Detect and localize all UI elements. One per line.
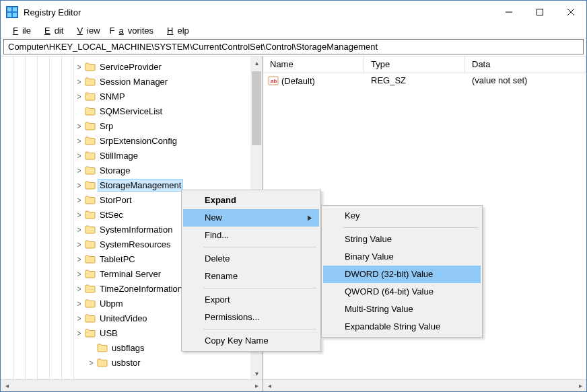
column-header-type[interactable]: Type [364,56,465,73]
close-button[interactable] [555,2,586,22]
tree-item-label: StorPort [98,194,133,206]
ctx-new-expandable-string[interactable]: Expandable String Value [323,318,481,336]
ctx-export[interactable]: Export [183,291,319,309]
ctx-copy-key-name[interactable]: Copy Key Name [183,332,319,350]
folder-icon [85,269,96,278]
scroll-thumb[interactable] [252,71,261,145]
ctx-new-binary[interactable]: Binary Value [323,248,481,266]
scroll-left-icon[interactable]: ◂ [1,380,13,392]
menu-view[interactable]: View [69,24,104,37]
ctx-new[interactable]: New ▶ [183,209,319,227]
expand-icon[interactable]: > [75,254,82,264]
folder-icon [85,299,96,308]
ctx-new-dword[interactable]: DWORD (32-bit) Value [323,266,481,283]
ctx-separator [203,288,316,288]
folder-icon [85,254,96,264]
menu-bar: File Edit View Favorites Help [1,24,586,38]
expand-icon[interactable]: > [75,62,82,72]
menu-file[interactable]: File [5,24,35,37]
tree-horizontal-scrollbar[interactable]: ◂ ▸ [1,379,263,391]
tree-item-label: Ubpm [98,298,125,309]
tree-item-label: TabletPC [98,253,137,265]
expand-icon[interactable]: > [75,151,82,161]
expand-icon[interactable]: > [75,284,82,294]
value-type: REG_SZ [364,75,465,86]
expand-icon[interactable]: > [75,91,82,102]
expand-icon[interactable]: > [75,210,82,220]
folder-icon [97,343,108,352]
menu-help[interactable]: Help [159,24,193,37]
scroll-left-icon[interactable]: ◂ [263,380,275,392]
folder-icon [85,151,96,160]
scroll-up-icon[interactable]: ▴ [250,56,263,69]
ctx-new-string[interactable]: String Value [323,231,481,248]
tree-item-label: SystemResources [98,239,172,250]
tree-item-label: USB [98,327,119,339]
expand-icon[interactable]: > [75,77,82,87]
expand-icon[interactable]: > [75,328,82,338]
scroll-down-icon[interactable]: ▾ [250,367,263,379]
tree-item[interactable]: >Srp [75,118,263,133]
column-header-name[interactable]: Name [263,56,364,73]
tree-item[interactable]: >StillImage [75,148,263,163]
ctx-new-multi-string[interactable]: Multi-String Value [323,301,481,318]
ctx-expand[interactable]: Expand [183,192,319,209]
expand-icon[interactable]: > [75,136,82,146]
ctx-new-key[interactable]: Key [323,207,481,225]
maximize-button[interactable] [524,2,555,22]
minimize-button[interactable] [493,2,524,22]
tree-item[interactable]: >Session Manager [75,74,263,89]
expand-icon[interactable]: > [88,358,94,368]
expand-icon[interactable]: > [75,299,82,309]
column-header-data[interactable]: Data [465,56,586,73]
scroll-right-icon[interactable]: ▸ [574,380,586,392]
string-value-icon: ab [268,75,279,86]
scroll-right-icon[interactable]: ▸ [250,380,263,392]
ctx-delete[interactable]: Delete [183,250,319,268]
ctx-separator [203,247,316,247]
tree-item[interactable]: >usbstor [75,355,263,370]
tree-item[interactable]: >SrpExtensionConfig [75,133,263,148]
folder-icon [85,77,96,86]
expand-icon[interactable]: > [75,165,82,175]
expand-icon[interactable]: > [75,180,82,190]
expand-icon[interactable]: > [75,269,82,279]
value-row[interactable]: ab (Default) REG_SZ (value not set) [263,73,586,88]
folder-icon [85,284,96,293]
context-submenu-new: Key String Value Binary Value DWORD (32-… [321,205,483,338]
svg-rect-2 [13,7,17,11]
tree-item[interactable]: >ServiceProvider [75,59,263,74]
ctx-new-qword[interactable]: QWORD (64-bit) Value [323,283,481,301]
ctx-permissions[interactable]: Permissions... [183,309,319,326]
tree-item-label: SrpExtensionConfig [98,135,178,147]
address-bar[interactable]: Computer\HKEY_LOCAL_MACHINE\SYSTEM\Curre… [3,39,584,54]
window-title: Registry Editor [24,7,81,17]
menu-edit[interactable]: Edit [36,24,67,37]
expand-icon[interactable]: > [75,195,82,205]
folder-icon [85,180,96,190]
menu-favorites[interactable]: Favorites [106,24,158,37]
ctx-separator [203,329,316,329]
expand-icon[interactable]: > [75,313,82,323]
title-bar: Registry Editor [1,1,586,24]
svg-rect-1 [7,7,11,11]
folder-icon [85,165,96,175]
tree-item-label: SystemInformation [98,224,174,235]
expand-icon[interactable]: > [75,225,82,235]
expand-icon[interactable]: > [75,121,82,131]
tree-item[interactable]: >SNMP [75,89,263,104]
folder-icon [97,358,108,367]
tree-item-label: StSec [98,209,125,221]
tree-item-label: Terminal Server [98,268,162,280]
value-data: (value not set) [465,75,586,86]
value-name: (Default) [281,76,315,86]
folder-icon [85,239,96,249]
tree-item-label: TimeZoneInformation [98,283,184,295]
tree-item[interactable]: SQMServiceList [75,104,263,118]
ctx-rename[interactable]: Rename [183,268,319,285]
list-horizontal-scrollbar[interactable]: ◂ ▸ [263,379,586,391]
expand-icon[interactable]: > [75,239,82,249]
regedit-icon [6,6,18,18]
ctx-find[interactable]: Find... [183,227,319,244]
tree-item[interactable]: >Storage [75,163,263,178]
